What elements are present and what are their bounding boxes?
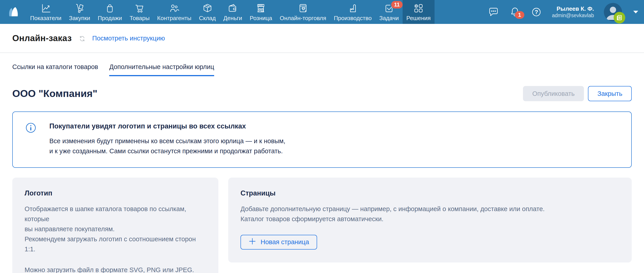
- factory-icon: [348, 3, 358, 14]
- topbar: Показатели Закупки Продажи Товары: [0, 0, 644, 24]
- info-content: Покупатели увидят логотип и страницы во …: [49, 122, 286, 156]
- logo-card-line: Можно загрузить файл в формате SVG, PNG …: [24, 265, 206, 273]
- new-page-button-label: Новая страница: [260, 238, 309, 246]
- wallet-icon: [227, 3, 238, 14]
- online-store-icon: [298, 3, 308, 14]
- tab-legal-entity-settings[interactable]: Дополнительные настройки юрлиц: [109, 63, 214, 76]
- chart-icon: [40, 3, 51, 14]
- cards-row: Логотип Отображается в шапке каталога то…: [12, 178, 632, 273]
- app-logo[interactable]: [0, 0, 26, 24]
- nav-label: Товары: [130, 15, 150, 21]
- pages-card-text: Добавьте дополнительную страницу — напри…: [240, 204, 620, 224]
- logo-card-line: Рекомендуем загружать логотип с соотноше…: [24, 234, 206, 254]
- nav-item-purchases[interactable]: Закупки: [65, 0, 94, 24]
- pages-card-line: Каталог товаров сформируется автоматичес…: [240, 214, 620, 224]
- help-icon: ?: [530, 6, 542, 18]
- nav-label: Контрагенты: [157, 15, 191, 21]
- refresh-icon: [78, 35, 86, 43]
- logo-card-line: вы направляете покупателям.: [24, 224, 206, 234]
- nav-item-counterparties[interactable]: Контрагенты: [154, 0, 195, 24]
- nav-label: Деньги: [223, 15, 242, 21]
- close-button[interactable]: Закрыть: [588, 86, 632, 101]
- nav-item-sales[interactable]: Продажи: [94, 0, 126, 24]
- help-button[interactable]: ?: [530, 6, 542, 18]
- info-box: Покупатели увидят логотип и страницы во …: [12, 112, 632, 168]
- tabs: Ссылки на каталоги товаров Дополнительны…: [0, 63, 644, 76]
- notifications-button[interactable]: 1: [509, 6, 521, 18]
- nav-item-warehouse[interactable]: Склад: [195, 0, 220, 24]
- info-line: Все изменения будут применены ко всем сс…: [49, 136, 286, 146]
- nav-label: Показатели: [30, 15, 62, 21]
- logo-card: Логотип Отображается в шапке каталога то…: [12, 178, 218, 273]
- nav-label: Решения: [406, 15, 431, 21]
- info-line: и к уже созданным. Сами ссылки останутся…: [49, 146, 286, 156]
- avatar[interactable]: [604, 3, 622, 21]
- entity-row: ООО "Компания" Опубликовать Закрыть: [0, 86, 644, 101]
- handtruck-icon: [74, 3, 85, 14]
- nav-item-production[interactable]: Производство: [330, 0, 376, 24]
- moysklad-logo-icon: [6, 6, 20, 18]
- document-icon: [616, 14, 623, 21]
- nav-label: Производство: [334, 15, 372, 21]
- svg-text:?: ?: [534, 9, 538, 15]
- page-title: Онлайн-заказ: [12, 33, 72, 43]
- nav-item-money[interactable]: Деньги: [220, 0, 246, 24]
- main-nav: Показатели Закупки Продажи Товары: [26, 0, 434, 24]
- user-menu-caret-icon[interactable]: [633, 11, 638, 14]
- nav-label: Склад: [199, 15, 216, 21]
- pages-card-line: Добавьте дополнительную страницу — напри…: [240, 204, 620, 214]
- nav-label: Онлайн-торговля: [280, 15, 326, 21]
- chat-icon: [488, 6, 499, 18]
- user-menu[interactable]: Рылеев К. Ф. admin@sevkavlab: [552, 5, 594, 19]
- logo-card-title: Логотип: [24, 189, 206, 197]
- cart-icon: [134, 3, 145, 14]
- notifications-count-badge: 1: [515, 11, 524, 19]
- nav-item-indicators[interactable]: Показатели: [26, 0, 65, 24]
- info-title: Покупатели увидят логотип и страницы во …: [49, 122, 286, 130]
- nav-label: Розница: [250, 15, 272, 21]
- nav-item-tasks[interactable]: 11 Задачи: [375, 0, 402, 24]
- people-icon: [169, 3, 180, 14]
- nav-item-goods[interactable]: Товары: [126, 0, 153, 24]
- topbar-right: 1 ? Рылеев К. Ф. admin@sevkavlab: [488, 0, 644, 24]
- apps-gear-icon: [413, 3, 424, 14]
- plus-icon: [248, 237, 256, 247]
- info-icon: [26, 123, 36, 133]
- tab-catalog-links[interactable]: Ссылки на каталоги товаров: [12, 63, 98, 76]
- logo-card-line: Отображается в шапке каталога товаров по…: [24, 204, 206, 224]
- refresh-button[interactable]: [78, 35, 86, 43]
- nav-item-solutions[interactable]: Решения: [402, 0, 434, 24]
- tasks-count-badge: 11: [391, 1, 402, 9]
- nav-item-retail[interactable]: Розница: [246, 0, 276, 24]
- logo-card-text: Отображается в шапке каталога товаров по…: [24, 204, 206, 273]
- nav-label: Продажи: [98, 15, 122, 21]
- entity-actions: Опубликовать Закрыть: [523, 86, 632, 101]
- instruction-link[interactable]: Посмотреть инструкцию: [92, 35, 165, 42]
- user-account: admin@sevkavlab: [552, 12, 594, 19]
- box-icon: [202, 3, 213, 14]
- user-name: Рылеев К. Ф.: [552, 5, 594, 13]
- publish-button[interactable]: Опубликовать: [523, 86, 584, 101]
- nav-item-online-trade[interactable]: Онлайн-торговля: [276, 0, 330, 24]
- pages-card-title: Страницы: [240, 189, 620, 197]
- shopping-bag-icon: [104, 3, 115, 14]
- chat-button[interactable]: [488, 6, 499, 18]
- pages-card: Страницы Добавьте дополнительную страниц…: [228, 178, 632, 262]
- store-icon: [256, 3, 266, 14]
- page-header: Онлайн-заказ Посмотреть инструкцию: [0, 24, 644, 53]
- nav-label: Задачи: [379, 15, 398, 21]
- entity-title: ООО "Компания": [12, 88, 97, 99]
- news-badge: [614, 12, 625, 24]
- nav-label: Закупки: [69, 15, 90, 21]
- new-page-button[interactable]: Новая страница: [240, 235, 317, 249]
